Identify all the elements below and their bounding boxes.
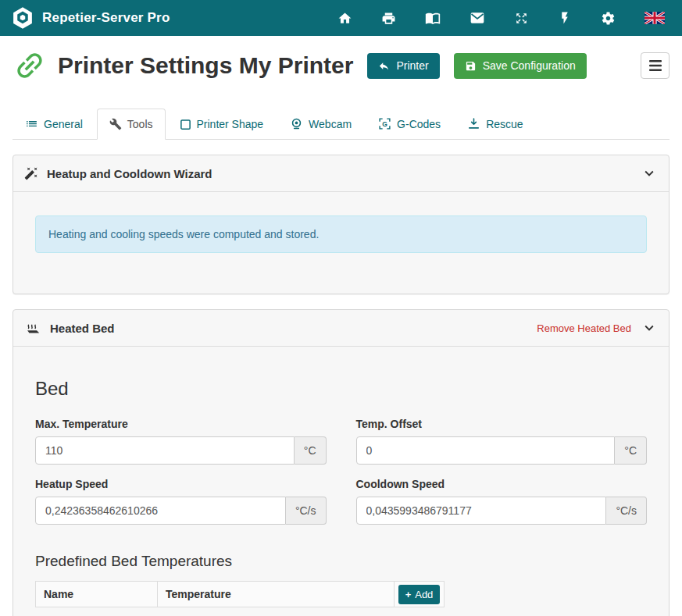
svg-text:G: G: [382, 120, 387, 128]
tools-icon: [109, 118, 122, 130]
field-label: Cooldown Speed: [356, 478, 648, 490]
chevron-down-icon[interactable]: [641, 319, 658, 336]
menu-button[interactable]: [641, 52, 670, 79]
info-alert: Heating and cooling speeds were computed…: [35, 215, 647, 253]
add-button-label: Add: [415, 589, 433, 600]
heatup-speed-input[interactable]: [35, 497, 286, 525]
link-icon: [12, 48, 47, 83]
gcode-icon: G: [378, 117, 391, 130]
uk-flag-icon[interactable]: [645, 12, 665, 24]
save-button-label: Save Configuration: [483, 60, 576, 71]
gear-icon[interactable]: [601, 11, 616, 26]
heated-bed-panel: Heated Bed Remove Heated Bed Bed Max. Te…: [12, 309, 670, 616]
brand[interactable]: Repetier-Server Pro: [11, 6, 170, 30]
cooldown-speed-input[interactable]: [356, 497, 607, 525]
wizard-panel: Heatup and Cooldown Wizard Heating and c…: [12, 155, 670, 294]
field-label: Temp. Offset: [356, 418, 648, 430]
expand-icon[interactable]: [514, 11, 529, 26]
predefined-temps-title: Predefined Bed Temperatures: [35, 553, 647, 570]
unit-addon: °C: [615, 436, 647, 465]
table-header-temperature: Temperature: [158, 582, 395, 607]
square-outline-icon: [180, 119, 191, 130]
rescue-icon: [467, 117, 480, 130]
field-label: Heatup Speed: [35, 478, 327, 490]
field-cooldown-speed: Cooldown Speed °C/s: [356, 465, 648, 525]
plus-icon: +: [405, 589, 412, 600]
max-temperature-input[interactable]: [35, 436, 295, 465]
settings-tabs: General Tools Printer Shape Webcam G G-C…: [12, 108, 670, 140]
heated-bed-panel-body: Bed Max. Temperature °C Temp. Offset °C: [13, 378, 669, 616]
tab-label: Webcam: [309, 118, 352, 130]
unit-addon: °C/s: [286, 497, 327, 525]
wizard-panel-body: Heating and cooling speeds were computed…: [13, 192, 669, 294]
table-header-add: + Add: [395, 582, 445, 607]
page-title: Printer Settings My Printer: [58, 52, 353, 79]
bed-form: Max. Temperature °C Temp. Offset °C Heat…: [35, 404, 647, 525]
tab-label: Rescue: [486, 118, 523, 130]
list-icon: [25, 117, 38, 130]
save-icon: [465, 60, 477, 72]
field-max-temperature: Max. Temperature °C: [35, 404, 327, 465]
add-temperature-button[interactable]: + Add: [398, 585, 441, 604]
panel-title: Heatup and Cooldown Wizard: [47, 167, 212, 180]
tab-rescue[interactable]: Rescue: [455, 108, 535, 140]
magic-wand-icon: [24, 166, 38, 180]
hamburger-icon: [649, 60, 662, 71]
tab-label: General: [44, 118, 83, 130]
bed-section-title: Bed: [35, 378, 647, 400]
panel-title: Heated Bed: [50, 322, 115, 335]
chevron-down-icon[interactable]: [641, 165, 658, 182]
unit-addon: °C/s: [606, 497, 647, 525]
field-label: Max. Temperature: [35, 418, 327, 430]
tab-printer-shape[interactable]: Printer Shape: [167, 109, 277, 140]
mail-icon[interactable]: [470, 10, 485, 26]
unit-addon: °C: [295, 436, 327, 465]
reply-icon: [378, 60, 390, 72]
save-configuration-button[interactable]: Save Configuration: [454, 53, 587, 79]
tab-label: Printer Shape: [197, 118, 264, 130]
heated-bed-panel-heading[interactable]: Heated Bed Remove Heated Bed: [13, 310, 669, 347]
tab-label: G-Codes: [397, 118, 441, 130]
heated-bed-icon: [24, 319, 41, 336]
webcam-icon: [290, 117, 303, 130]
bolt-icon[interactable]: [558, 11, 572, 25]
tab-general[interactable]: General: [12, 108, 95, 140]
table-header-name: Name: [36, 582, 158, 607]
wizard-panel-heading[interactable]: Heatup and Cooldown Wizard: [13, 155, 669, 192]
printer-icon[interactable]: [381, 11, 396, 26]
tab-tools[interactable]: Tools: [97, 109, 166, 140]
temp-offset-input[interactable]: [356, 436, 616, 465]
field-heatup-speed: Heatup Speed °C/s: [35, 465, 327, 525]
tab-label: Tools: [127, 118, 153, 130]
top-navbar: Repetier-Server Pro: [0, 0, 682, 36]
field-temp-offset: Temp. Offset °C: [356, 404, 648, 465]
printer-button[interactable]: Printer: [367, 53, 439, 79]
page-header: Printer Settings My Printer Printer Save…: [12, 36, 670, 91]
predefined-temps-table: Name Temperature + Add: [35, 581, 445, 607]
repetier-logo: [11, 6, 34, 30]
book-icon[interactable]: [425, 10, 441, 26]
brand-text: Repetier-Server Pro: [42, 10, 170, 26]
remove-heated-bed-link[interactable]: Remove Heated Bed: [537, 322, 631, 334]
printer-button-label: Printer: [396, 60, 428, 71]
tab-g-codes[interactable]: G G-Codes: [366, 108, 453, 140]
home-icon[interactable]: [337, 11, 352, 26]
tab-webcam[interactable]: Webcam: [277, 108, 364, 140]
